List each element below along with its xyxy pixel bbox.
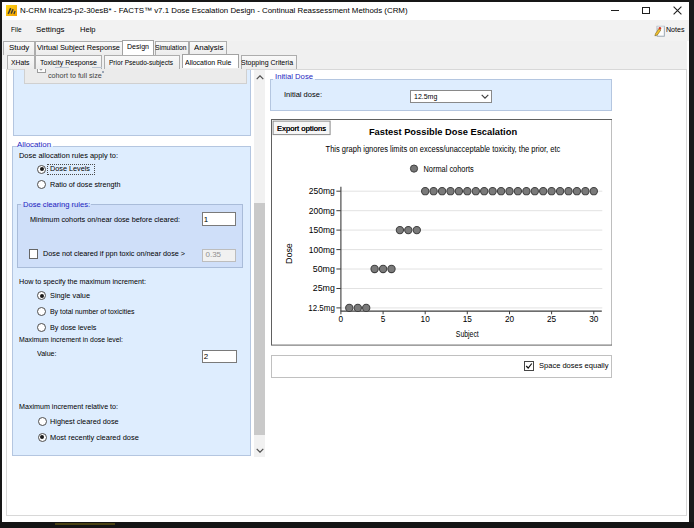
svg-text:25: 25 — [547, 314, 557, 324]
svg-text:200mg: 200mg — [308, 206, 334, 216]
svg-text:10: 10 — [420, 314, 430, 324]
svg-text:30: 30 — [589, 314, 599, 324]
svg-text:Normal cohorts: Normal cohorts — [423, 164, 473, 174]
svg-text:150mg: 150mg — [308, 225, 334, 235]
svg-text:This graph ignores limits on e: This graph ignores limits on excess/unac… — [325, 144, 560, 154]
svg-text:5: 5 — [380, 314, 385, 324]
svg-text:Fastest Possible Dose Escalati: Fastest Possible Dose Escalation — [369, 126, 517, 137]
svg-text:100mg: 100mg — [308, 245, 334, 255]
svg-text:50mg: 50mg — [312, 264, 334, 274]
svg-text:20: 20 — [505, 314, 515, 324]
svg-text:250mg: 250mg — [308, 186, 334, 196]
svg-text:0: 0 — [338, 314, 343, 324]
svg-text:Dose: Dose — [284, 243, 294, 264]
svg-text:25mg: 25mg — [312, 284, 334, 294]
svg-text:Subject: Subject — [455, 329, 479, 339]
svg-text:12.5mg: 12.5mg — [308, 303, 335, 313]
svg-text:15: 15 — [462, 314, 472, 324]
